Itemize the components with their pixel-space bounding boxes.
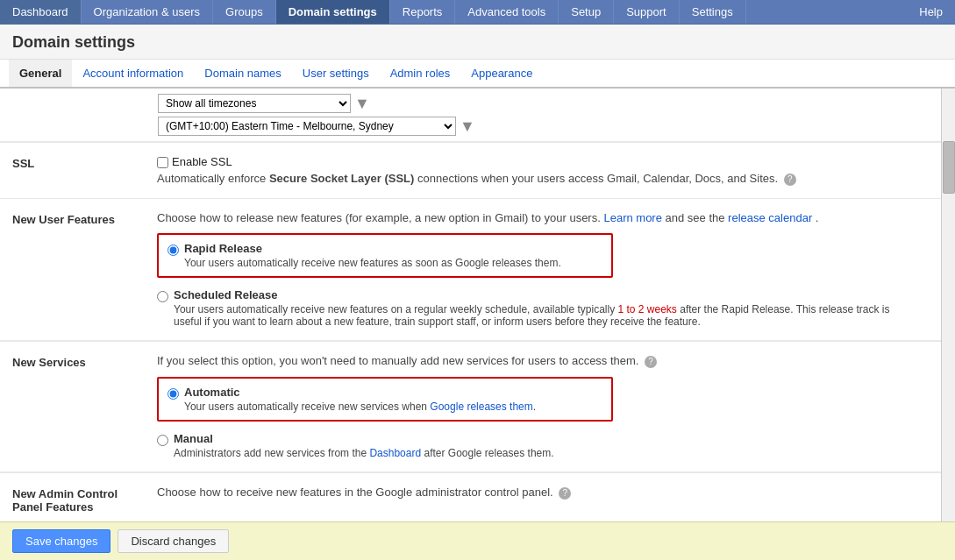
manual-option: Manual Administrators add new services f… — [157, 432, 929, 459]
main-area: Show all timezones ▼ (GMT+10:00) Eastern… — [0, 89, 955, 560]
ssl-checkbox-label: Enable SSL — [172, 155, 232, 168]
tab-domain-names[interactable]: Domain names — [194, 60, 291, 89]
top-navigation: Dashboard Organization & users Groups Do… — [0, 0, 955, 25]
nav-reports[interactable]: Reports — [390, 0, 456, 24]
nav-domain-settings[interactable]: Domain settings — [276, 0, 390, 24]
ssl-description: Automatically enforce Secure Socket Laye… — [157, 172, 929, 186]
rapid-release-title: Rapid Release — [184, 242, 561, 255]
ssl-content: Enable SSL Automatically enforce Secure … — [157, 155, 929, 186]
new-services-row: New Services If you select this option, … — [0, 341, 941, 472]
nav-settings[interactable]: Settings — [680, 0, 746, 24]
nav-help[interactable]: Help — [907, 0, 955, 24]
scrollbar-track[interactable] — [941, 89, 955, 560]
automatic-title: Automatic — [184, 386, 536, 399]
rapid-release-radio[interactable] — [167, 245, 179, 256]
scrollbar-thumb[interactable] — [943, 141, 955, 194]
nav-groups[interactable]: Groups — [213, 0, 276, 24]
new-user-features-content: Choose how to release new features (for … — [157, 211, 929, 328]
timezone-row: Show all timezones ▼ (GMT+10:00) Eastern… — [0, 89, 941, 142]
new-user-features-label: New User Features — [12, 211, 157, 226]
nav-setup[interactable]: Setup — [559, 0, 614, 24]
timezone-filter-select[interactable]: Show all timezones — [158, 94, 351, 113]
learn-more-link[interactable]: Learn more — [603, 211, 661, 224]
save-changes-button[interactable]: Save changes — [12, 529, 110, 553]
timezone-value-select[interactable]: (GMT+10:00) Eastern Time - Melbourne, Sy… — [158, 117, 456, 136]
new-admin-row: New Admin Control Panel Features Choose … — [0, 472, 941, 527]
sub-tab-bar: General Account information Domain names… — [0, 60, 955, 89]
automatic-radio[interactable] — [167, 388, 179, 400]
nav-advanced-tools[interactable]: Advanced tools — [455, 0, 559, 24]
release-calendar-link[interactable]: release calendar — [728, 211, 812, 224]
nav-dashboard[interactable]: Dashboard — [0, 0, 82, 24]
new-services-label: New Services — [12, 354, 157, 369]
new-user-features-text: Choose how to release new features (for … — [157, 211, 929, 224]
bottom-bar: Save changes Discard changes — [0, 521, 955, 560]
new-admin-label: New Admin Control Panel Features — [12, 486, 157, 514]
new-admin-content: Choose how to receive new features in th… — [157, 486, 929, 514]
new-services-help-icon[interactable]: ? — [645, 356, 657, 368]
page-title: Domain settings — [0, 25, 955, 60]
manual-desc: Administrators add new services from the… — [174, 447, 554, 459]
manual-title: Manual — [174, 432, 554, 445]
tab-account-information[interactable]: Account information — [72, 60, 194, 89]
rapid-release-box: Rapid Release Your users automatically r… — [157, 233, 613, 278]
ssl-help-icon[interactable]: ? — [784, 174, 796, 186]
new-services-content: If you select this option, you won't nee… — [157, 354, 929, 459]
tab-appearance[interactable]: Appearance — [460, 60, 543, 89]
manual-radio[interactable] — [157, 435, 168, 446]
scheduled-release-radio[interactable] — [157, 291, 168, 302]
ssl-row: SSL Enable SSL Automatically enforce Sec… — [0, 142, 941, 199]
new-services-text: If you select this option, you won't nee… — [157, 354, 929, 368]
tab-user-settings[interactable]: User settings — [292, 60, 380, 89]
automatic-box: Automatic Your users automatically recei… — [157, 377, 613, 422]
scheduled-release-title: Scheduled Release — [174, 288, 920, 301]
ssl-checkbox[interactable] — [157, 157, 168, 168]
new-user-features-row: New User Features Choose how to release … — [0, 199, 941, 341]
nav-org-users[interactable]: Organization & users — [82, 0, 213, 24]
new-admin-help-icon[interactable]: ? — [559, 487, 571, 500]
ssl-label: SSL — [12, 155, 157, 186]
rapid-release-desc: Your users automatically receive new fea… — [184, 257, 561, 269]
ssl-bold-text: Secure Socket Layer (SSL) — [269, 172, 414, 185]
tab-admin-roles[interactable]: Admin roles — [380, 60, 461, 89]
tab-general[interactable]: General — [9, 60, 72, 89]
scheduled-release-desc: Your users automatically receive new fea… — [174, 303, 920, 328]
automatic-desc: Your users automatically receive new ser… — [184, 401, 536, 413]
content-wrapper: Show all timezones ▼ (GMT+10:00) Eastern… — [0, 89, 941, 560]
scheduled-release-option: Scheduled Release Your users automatical… — [157, 288, 920, 328]
discard-changes-button[interactable]: Discard changes — [118, 529, 229, 553]
nav-support[interactable]: Support — [614, 0, 680, 24]
